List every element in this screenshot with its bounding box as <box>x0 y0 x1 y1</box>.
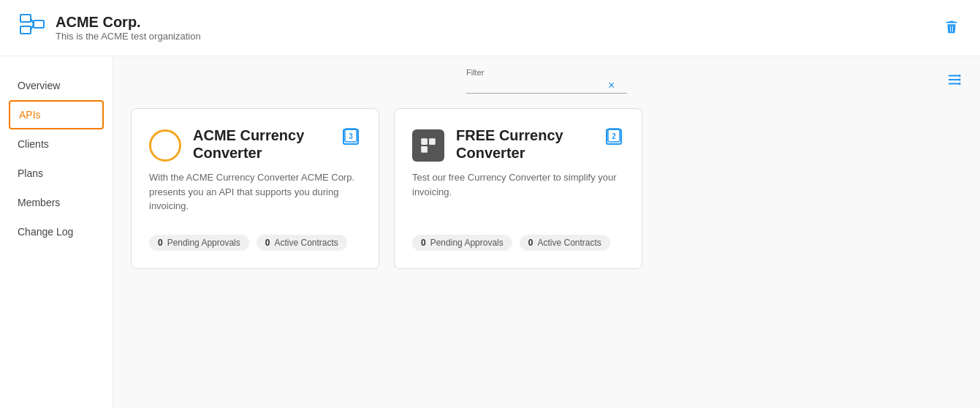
svg-rect-10 <box>959 83 960 86</box>
sidebar-item-overview[interactable]: Overview <box>0 71 113 100</box>
svg-rect-7 <box>949 83 961 85</box>
filter-label: Filter <box>466 68 484 77</box>
card-stats-free: 0 Pending Approvals 0 Active Contracts <box>412 235 624 251</box>
main-layout: Overview APIs Clients Plans Members Chan… <box>0 56 980 408</box>
pending-count-acme: 0 <box>158 238 163 248</box>
active-contracts-badge-free: 0 Active Contracts <box>520 235 610 251</box>
svg-rect-9 <box>959 78 960 81</box>
api-badge-acme: 3 <box>341 126 361 150</box>
card-stats-acme: 0 Pending Approvals 0 Active Contracts <box>149 235 361 251</box>
api-icon-square: + <box>412 129 444 162</box>
api-badge-free: 2 <box>604 126 624 150</box>
sidebar-item-apis[interactable]: APIs <box>9 100 104 129</box>
api-description-acme: With the ACME Currency Converter ACME Co… <box>149 170 361 214</box>
svg-rect-8 <box>959 75 960 78</box>
circle-icon <box>149 129 181 162</box>
org-info: ACME Corp. This is the ACME test organiz… <box>56 14 201 42</box>
pending-label-acme: Pending Approvals <box>167 238 240 248</box>
filter-group: Filter × <box>466 68 627 94</box>
svg-rect-16 <box>421 146 428 153</box>
sidebar-item-change-log[interactable]: Change Log <box>0 217 113 246</box>
org-logo: ACME Corp. This is the ACME test organiz… <box>18 12 201 44</box>
svg-rect-1 <box>20 26 31 34</box>
active-contracts-badge-acme: 0 Active Contracts <box>257 235 347 251</box>
api-name-acme: ACME Currency Converter <box>193 126 329 162</box>
svg-rect-5 <box>949 75 961 77</box>
pending-label-free: Pending Approvals <box>430 238 504 248</box>
api-cards-grid: ACME Currency Converter 3 With the ACME … <box>131 108 962 269</box>
pending-count-free: 0 <box>421 238 426 248</box>
square-icon: + <box>412 129 444 162</box>
contracts-label-free: Active Contracts <box>537 238 601 248</box>
sidebar-item-members[interactable]: Members <box>0 188 113 217</box>
filter-input[interactable] <box>466 78 605 93</box>
delete-org-button[interactable] <box>941 16 962 40</box>
filter-bar: Filter × <box>131 68 962 94</box>
filter-clear-button[interactable]: × <box>605 79 618 92</box>
svg-rect-14 <box>421 138 428 145</box>
content-area: Filter × <box>113 56 980 408</box>
svg-text:+: + <box>430 148 434 155</box>
header-actions <box>941 16 962 40</box>
api-icon-circle <box>149 129 181 162</box>
api-description-free: Test our free Currency Converter to simp… <box>412 170 624 199</box>
svg-rect-0 <box>20 15 31 22</box>
contracts-label-acme: Active Contracts <box>274 238 338 248</box>
org-icon <box>18 12 47 44</box>
svg-text:2: 2 <box>612 132 616 140</box>
org-name: ACME Corp. <box>56 14 201 31</box>
filter-input-wrapper: × <box>466 78 627 94</box>
pending-approvals-badge-free: 0 Pending Approvals <box>412 235 512 251</box>
svg-rect-2 <box>34 20 44 28</box>
header: ACME Corp. This is the ACME test organiz… <box>0 0 980 56</box>
svg-text:3: 3 <box>349 132 353 140</box>
contracts-count-acme: 0 <box>265 238 270 248</box>
card-header-free: + FREE Currency Converter 2 <box>412 126 624 162</box>
svg-rect-15 <box>429 138 436 145</box>
api-name-free: FREE Currency Converter <box>456 126 592 162</box>
api-card-free-currency-converter[interactable]: + FREE Currency Converter 2 Test our fre… <box>394 108 642 269</box>
org-description: This is the ACME test organization <box>56 31 201 42</box>
svg-rect-6 <box>949 79 961 80</box>
card-header: ACME Currency Converter 3 <box>149 126 361 162</box>
list-view-button[interactable] <box>946 72 962 90</box>
api-card-acme-currency-converter[interactable]: ACME Currency Converter 3 With the ACME … <box>131 108 379 269</box>
contracts-count-free: 0 <box>528 238 533 248</box>
sidebar-item-clients[interactable]: Clients <box>0 129 113 159</box>
sidebar-item-plans[interactable]: Plans <box>0 159 113 188</box>
pending-approvals-badge-acme: 0 Pending Approvals <box>149 235 249 251</box>
sidebar: Overview APIs Clients Plans Members Chan… <box>0 56 113 408</box>
